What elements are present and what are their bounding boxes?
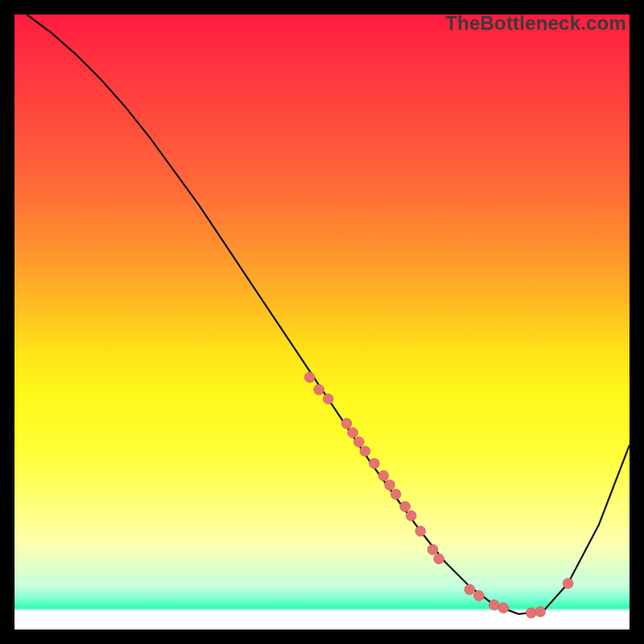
curve-layer [14, 14, 630, 630]
data-point [427, 544, 438, 555]
data-point [304, 372, 315, 382]
data-point [526, 608, 536, 618]
plot-area: TheBottleneck.com [14, 14, 630, 630]
data-point [498, 603, 509, 613]
data-point [400, 502, 411, 512]
data-point [314, 385, 324, 395]
data-point [415, 526, 426, 536]
data-point [369, 458, 379, 469]
data-point [563, 578, 573, 588]
data-point [353, 436, 364, 447]
data-point [341, 419, 352, 429]
bottleneck-curve [27, 14, 630, 614]
data-point [406, 510, 416, 521]
data-point [385, 480, 395, 490]
data-point [489, 600, 499, 610]
data-point [535, 606, 546, 617]
data-point [378, 471, 389, 481]
data-point [473, 590, 484, 601]
chart-canvas: TheBottleneck.com [0, 0, 644, 644]
data-point [434, 554, 444, 564]
data-point [464, 584, 475, 595]
data-points-group [304, 372, 573, 618]
data-point [360, 446, 370, 456]
data-point [323, 394, 333, 404]
data-point [390, 489, 401, 499]
data-point [348, 427, 358, 438]
